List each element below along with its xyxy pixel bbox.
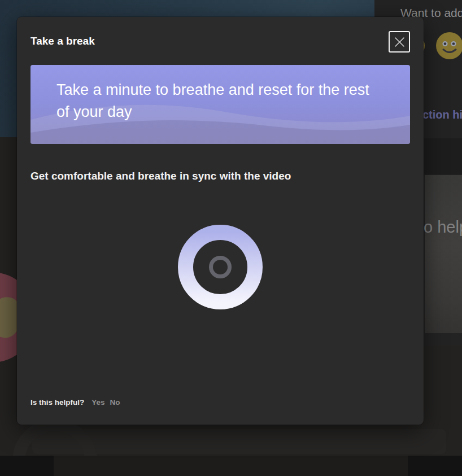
close-x-icon (394, 37, 405, 47)
take-a-break-dialog: Take a break Take a minute to breathe an… (17, 17, 424, 425)
banner: Take a minute to breathe and reset for t… (30, 65, 410, 144)
background-dark-band (424, 138, 462, 174)
feedback-yes-button[interactable]: Yes (91, 398, 104, 407)
feedback-question: Is this helpful? (30, 398, 84, 407)
background-right-panel (425, 175, 462, 333)
instruction-text: Get comfortable and breathe in sync with… (30, 169, 291, 182)
smiley-emoji-icon (436, 32, 462, 62)
background-link-reaction-history: ction hist (422, 108, 462, 121)
inner-breathing-ring (211, 258, 230, 277)
background-text-help: o help (424, 218, 462, 237)
background-bottom-band-middle (54, 456, 408, 476)
close-button[interactable] (389, 31, 410, 53)
feedback-no-button[interactable]: No (110, 398, 120, 407)
dialog-title: Take a break (30, 34, 95, 47)
breathing-ring-graphic (169, 216, 271, 318)
banner-message: Take a minute to breathe and reset for t… (56, 79, 381, 123)
feedback-row: Is this helpful? Yes No (30, 398, 120, 407)
outer-breathing-ring (186, 233, 255, 302)
screen: Want to add a ction hist o help Take a b… (0, 0, 462, 476)
